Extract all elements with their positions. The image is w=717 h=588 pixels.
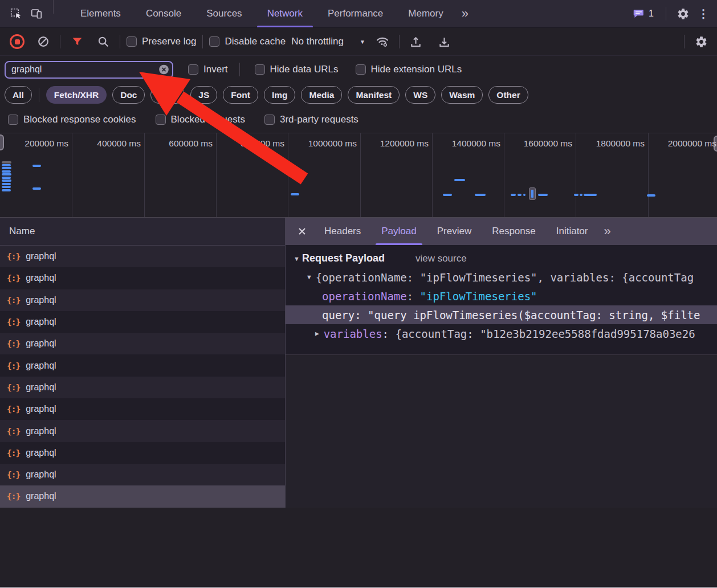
request-row[interactable]: {:}graphql bbox=[0, 442, 285, 464]
tab-console[interactable]: Console bbox=[133, 0, 194, 27]
view-source-link[interactable]: view source bbox=[415, 253, 467, 264]
request-row[interactable]: {:}graphql bbox=[0, 246, 285, 267]
inspect-element-button[interactable] bbox=[6, 0, 26, 27]
waterfall-bar bbox=[2, 173, 11, 175]
details-tab-preview[interactable]: Preview bbox=[427, 218, 482, 245]
expanded-triangle-icon[interactable]: ▼ bbox=[307, 273, 311, 281]
filter-chip-wasm[interactable]: Wasm bbox=[441, 86, 483, 104]
collapse-triangle-icon[interactable]: ▼ bbox=[294, 255, 300, 262]
divider bbox=[120, 35, 120, 48]
device-toolbar-button[interactable] bbox=[26, 0, 47, 27]
json-request-icon: {:} bbox=[7, 405, 20, 414]
request-row[interactable]: {:}graphql bbox=[0, 420, 285, 442]
request-payload-section: ▼ Request Payload view source ▼{operatio… bbox=[286, 245, 717, 355]
waterfall-bar bbox=[454, 179, 465, 181]
filter-chip-ws[interactable]: WS bbox=[405, 86, 435, 104]
timeline-tick-label: 800000 ms bbox=[202, 138, 284, 149]
filter-chip-font[interactable]: Font bbox=[223, 86, 258, 104]
collapsed-triangle-icon[interactable]: ▶ bbox=[315, 330, 319, 337]
filter-chip-media[interactable]: Media bbox=[301, 86, 342, 104]
third-party-requests-checkbox[interactable]: 3rd-party requests bbox=[264, 114, 358, 125]
disable-cache-label: Disable cache bbox=[225, 36, 286, 47]
waterfall-bar bbox=[2, 177, 11, 179]
details-tab-response[interactable]: Response bbox=[482, 218, 546, 245]
filter-chip-manifest[interactable]: Manifest bbox=[348, 86, 400, 104]
details-tab-initiator[interactable]: Initiator bbox=[546, 218, 598, 245]
hide-data-urls-checkbox[interactable]: Hide data URLs bbox=[255, 64, 339, 75]
waterfall-bar bbox=[2, 179, 11, 182]
invert-label: Invert bbox=[203, 64, 228, 75]
tab-elements[interactable]: Elements bbox=[68, 0, 133, 27]
waterfall-bar bbox=[2, 183, 11, 185]
filter-button[interactable] bbox=[67, 28, 87, 55]
divider bbox=[202, 35, 203, 48]
network-settings-button[interactable] bbox=[691, 28, 711, 55]
disable-cache-checkbox[interactable]: Disable cache bbox=[209, 36, 286, 47]
clear-network-log-button[interactable] bbox=[33, 28, 54, 55]
request-row[interactable]: {:}graphql bbox=[0, 377, 285, 398]
checkbox-icon bbox=[8, 115, 18, 125]
request-row[interactable]: {:}graphql bbox=[0, 311, 285, 333]
upload-icon bbox=[409, 35, 422, 48]
request-row[interactable]: {:}graphql bbox=[0, 398, 285, 420]
blocked-filters-row: Blocked response cookies Blocked request… bbox=[0, 107, 717, 133]
close-details-button[interactable] bbox=[290, 218, 314, 245]
json-request-icon: {:} bbox=[7, 492, 20, 501]
filter-chip-img[interactable]: Img bbox=[264, 86, 296, 104]
request-row[interactable]: {:}graphql bbox=[0, 267, 285, 289]
filter-chip-js[interactable]: JS bbox=[190, 86, 217, 104]
filter-chip-fetch-xhr[interactable]: Fetch/XHR bbox=[46, 86, 107, 104]
filter-chip-doc[interactable]: Doc bbox=[112, 86, 145, 104]
hide-extension-urls-checkbox[interactable]: Hide extension URLs bbox=[356, 64, 462, 75]
payload-tree: ▼{operationName: "ipFlowTimeseries", var… bbox=[286, 268, 717, 343]
payload-line[interactable]: operationName: "ipFlowTimeseries" bbox=[286, 287, 717, 305]
throttling-select[interactable]: No throttling ▼ bbox=[291, 36, 365, 47]
request-row[interactable]: {:}graphql bbox=[0, 289, 285, 311]
tab-sources[interactable]: Sources bbox=[194, 0, 254, 27]
blocked-response-cookies-checkbox[interactable]: Blocked response cookies bbox=[8, 114, 136, 125]
request-row[interactable]: {:}graphql bbox=[0, 333, 285, 354]
filter-chip-other[interactable]: Other bbox=[488, 86, 528, 104]
preserve-log-checkbox[interactable]: Preserve log bbox=[127, 36, 196, 47]
waterfall-bar bbox=[443, 194, 452, 196]
more-detail-tabs-button[interactable]: » bbox=[598, 224, 615, 239]
details-tab-headers[interactable]: Headers bbox=[314, 218, 371, 245]
tab-performance[interactable]: Performance bbox=[315, 0, 396, 27]
network-conditions-button[interactable] bbox=[372, 28, 393, 55]
request-row[interactable]: {:}graphql bbox=[0, 354, 285, 376]
details-tab-payload[interactable]: Payload bbox=[371, 218, 426, 245]
selected-request-marker bbox=[529, 187, 536, 200]
json-request-icon: {:} bbox=[7, 296, 20, 305]
filter-input[interactable] bbox=[5, 61, 173, 79]
import-har-button[interactable] bbox=[406, 28, 426, 55]
waterfall-bar bbox=[538, 194, 548, 196]
divider bbox=[60, 35, 60, 48]
request-row[interactable]: {:}graphql bbox=[0, 464, 285, 485]
issues-indicator[interactable]: 1 bbox=[627, 8, 659, 19]
name-header-label: Name bbox=[9, 226, 35, 237]
filter-chip-all[interactable]: All bbox=[5, 86, 32, 104]
name-column-header[interactable]: Name bbox=[0, 218, 285, 246]
export-har-button[interactable] bbox=[434, 28, 455, 55]
search-button[interactable] bbox=[93, 28, 113, 55]
requests-panel: Name {:}graphql{:}graphql{:}graphql{:}gr… bbox=[0, 218, 286, 508]
settings-button[interactable] bbox=[673, 7, 693, 21]
waterfall-bar bbox=[647, 194, 655, 197]
network-main-area: Name {:}graphql{:}graphql{:}graphql{:}gr… bbox=[0, 218, 717, 508]
clear-filter-button[interactable] bbox=[158, 64, 170, 76]
filter-chip-css[interactable]: CSS bbox=[150, 86, 185, 104]
throttling-value: No throttling bbox=[291, 36, 344, 47]
tab-network[interactable]: Network bbox=[255, 0, 315, 27]
json-request-icon: {:} bbox=[7, 470, 20, 479]
payload-line[interactable]: ▶variables: {accountTag: "b12e3b2192ee55… bbox=[286, 324, 717, 343]
blocked-requests-checkbox[interactable]: Blocked requests bbox=[156, 114, 245, 125]
payload-line[interactable]: query: "query ipFlowTimeseries($accountT… bbox=[286, 305, 717, 324]
tab-memory[interactable]: Memory bbox=[396, 0, 455, 27]
record-network-log-button[interactable] bbox=[7, 28, 27, 55]
network-overview-timeline[interactable]: 200000 ms400000 ms600000 ms800000 ms1000… bbox=[0, 133, 717, 218]
more-panels-button[interactable]: » bbox=[456, 0, 473, 27]
invert-checkbox[interactable]: Invert bbox=[188, 64, 228, 75]
request-row[interactable]: {:}graphql bbox=[0, 485, 285, 507]
payload-line[interactable]: ▼{operationName: "ipFlowTimeseries", var… bbox=[286, 268, 717, 287]
more-options-button[interactable]: ⋮ bbox=[693, 7, 714, 21]
